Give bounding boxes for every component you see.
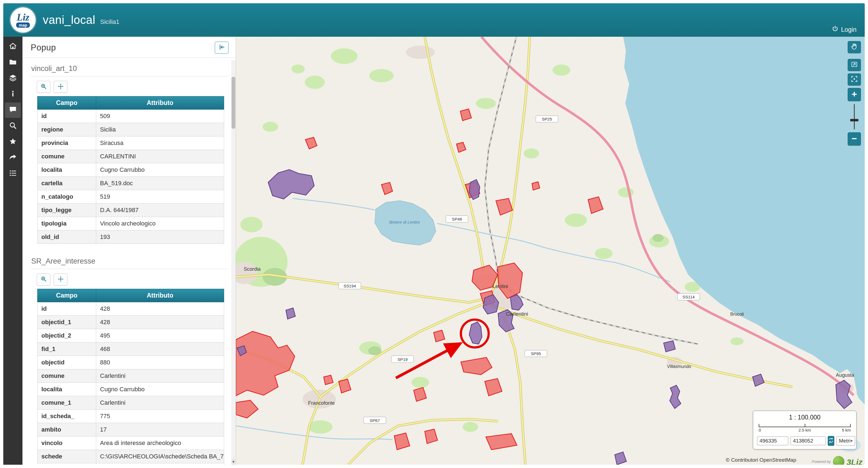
popup-panel-body: vincoli_art_10 Campo: [23, 58, 236, 465]
refresh-coords-button[interactable]: [828, 436, 834, 446]
scale-end: 5 km: [842, 428, 851, 432]
magnifier-plus-icon: [40, 83, 47, 91]
sidebar-item-search[interactable]: [5, 118, 21, 134]
coord-y-input[interactable]: [790, 436, 826, 445]
panel-title: Popup: [31, 43, 56, 53]
column-header: Attributo: [96, 289, 224, 302]
popup-panel: Popup vincoli_art_10: [23, 37, 236, 465]
road-label: SS114: [683, 294, 694, 299]
chevron-down-icon: ▾: [850, 438, 852, 443]
field-name: old_id: [37, 230, 96, 244]
scrollbar-thumb[interactable]: [231, 77, 235, 129]
table-row: comune_1Carlentini: [37, 396, 224, 410]
field-value: CARLENTINI: [96, 150, 224, 163]
field-name: ambito: [37, 423, 96, 436]
table-row: localitaCugno Carrubbo: [37, 163, 224, 177]
field-name: tipologia: [37, 217, 96, 230]
coordinate-row: Metri ▾: [757, 436, 852, 446]
refresh-icon: [828, 437, 834, 444]
field-value: 17: [96, 423, 224, 436]
threeliz-logo-icon: [833, 456, 844, 465]
table-row: objectid_1428: [37, 316, 224, 329]
powered-by[interactable]: Powered by 3Liz: [812, 456, 863, 465]
layer-name: SR_Aree_interesse: [31, 252, 228, 269]
sidebar-item-share[interactable]: [5, 150, 21, 165]
list-icon: [8, 169, 17, 179]
center-to-feature-button[interactable]: [54, 274, 67, 285]
zoom-out-button[interactable]: −: [848, 132, 861, 146]
share-icon: [8, 153, 17, 163]
sidebar-item-popup[interactable]: [5, 102, 21, 118]
sidebar-item-information[interactable]: [5, 87, 21, 102]
zoom-full-extent-button[interactable]: [848, 73, 861, 86]
field-value: Area di interesse archeologico: [96, 436, 224, 450]
sidebar-item-attribute-list[interactable]: [5, 166, 21, 181]
popup-section-vincoli: vincoli_art_10 Campo: [31, 59, 228, 244]
coord-x-input[interactable]: [757, 436, 788, 445]
center-to-feature-button[interactable]: [54, 81, 67, 93]
table-row: vincoloArea di interesse archeologico: [37, 436, 224, 450]
login-button[interactable]: Login: [832, 25, 857, 34]
field-name: id_scheda_: [37, 410, 96, 423]
sidebar-item-layers[interactable]: [5, 71, 21, 86]
minus-icon: −: [851, 134, 857, 143]
table-row: objectid880: [37, 356, 224, 369]
info-icon: [8, 89, 17, 99]
sidebar-item-home[interactable]: [5, 39, 21, 54]
collapse-panel-button[interactable]: [215, 42, 228, 54]
sidebar-item-projects[interactable]: [5, 55, 21, 70]
pan-button[interactable]: [848, 41, 861, 53]
zoom-initial-extent-button[interactable]: [848, 59, 861, 71]
sidebar-item-favorites[interactable]: [5, 134, 21, 150]
app-header: Liz map vani_local Sicilia1 Login: [3, 3, 865, 37]
place-label: Lentini: [493, 283, 508, 289]
table-header-row: Campo Attributo: [37, 289, 224, 302]
table-row: fid_1468: [37, 343, 224, 356]
popup-section-aree-interesse: SR_Aree_interesse Campo: [31, 252, 228, 465]
project-title: vani_local: [43, 13, 95, 27]
move-crosshair-icon: [57, 83, 64, 91]
water-label: Biviere di Lentini: [389, 220, 420, 224]
place-label: Augusta: [836, 372, 855, 378]
field-name: provincia: [37, 136, 96, 150]
table-header-row: Campo Attributo: [37, 96, 224, 110]
field-name: objectid_1: [37, 316, 96, 329]
field-value: 509: [96, 110, 224, 123]
attribute-table: Campo Attributo id509regioneSiciliaprovi…: [37, 96, 224, 244]
zoom-to-feature-button[interactable]: [37, 81, 51, 93]
units-select[interactable]: Metri ▾: [836, 436, 855, 445]
folder-icon: [8, 58, 17, 67]
zoom-slider[interactable]: [848, 103, 861, 130]
power-icon: [832, 25, 839, 34]
lizmap-logo[interactable]: Liz map: [10, 7, 36, 33]
panel-scrollbar[interactable]: ▼: [231, 60, 236, 465]
table-row: schedeC:\GIS\ARCHEOLOGIA\schede\Scheda B…: [37, 450, 224, 463]
table-row: ambito17: [37, 423, 224, 436]
field-value: Vincolo archeologico: [96, 217, 224, 230]
field-value: 775: [96, 410, 224, 423]
osm-attribution-link[interactable]: © Contributori OpenStreetMap: [726, 457, 796, 463]
table-row: id428: [37, 302, 224, 316]
feature-toolbar: [37, 81, 228, 93]
zoom-to-feature-button[interactable]: [37, 274, 51, 285]
lizmap-app: Liz map vani_local Sicilia1 Login: [3, 3, 865, 465]
hand-icon: [850, 43, 858, 52]
feature-toolbar: [37, 274, 228, 285]
table-row: objectid_2495: [37, 329, 224, 343]
table-row: cartellaBA_519.doc: [37, 177, 224, 190]
column-header: Attributo: [96, 96, 224, 110]
scrollbar-down-arrow[interactable]: ▼: [231, 459, 236, 465]
main-content: Popup vincoli_art_10: [3, 37, 865, 465]
field-value: 428: [96, 316, 224, 329]
zoom-in-button[interactable]: +: [848, 88, 861, 101]
zoom-slider-handle[interactable]: [850, 119, 859, 121]
field-value: BA_519.doc: [96, 177, 224, 190]
field-name: comune_1: [37, 396, 96, 410]
table-row: localitaCugno Carrubbo: [37, 383, 224, 396]
map-canvas[interactable]: SS194 SP19 SP95 SP46 SP25 SS114 SP67 Sco…: [236, 37, 865, 465]
field-name: comune: [37, 150, 96, 163]
field-name: comune: [37, 369, 96, 383]
table-row: n_catalogo519: [37, 190, 224, 204]
star-icon: [8, 137, 17, 147]
road-label: SP95: [531, 351, 541, 356]
